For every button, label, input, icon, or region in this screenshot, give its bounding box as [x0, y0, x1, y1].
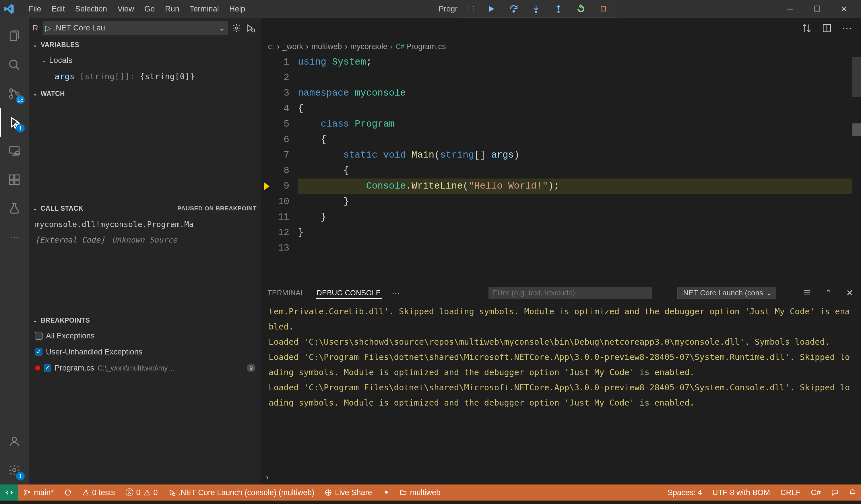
- code-line[interactable]: [298, 241, 852, 256]
- menu-view[interactable]: View: [112, 3, 139, 15]
- feedback-icon[interactable]: [826, 485, 844, 501]
- breadcrumb-item[interactable]: Program.cs: [406, 42, 446, 51]
- more-icon[interactable]: ⋯: [0, 223, 29, 251]
- debug-status-indicator[interactable]: .NET Core Launch (console) (multiweb): [163, 485, 320, 501]
- continue-button[interactable]: [480, 0, 503, 17]
- search-icon[interactable]: [0, 51, 29, 79]
- clear-console-icon[interactable]: [801, 288, 813, 297]
- sync-indicator[interactable]: [59, 485, 77, 501]
- grip-icon[interactable]: ⋮⋮: [461, 5, 480, 13]
- split-editor-icon[interactable]: [820, 23, 834, 33]
- launch-config-select[interactable]: ▷ .NET Core Lau ⌄: [43, 21, 228, 35]
- restart-button[interactable]: [570, 0, 592, 17]
- menu-selection[interactable]: Selection: [70, 3, 112, 15]
- compare-changes-icon[interactable]: [800, 23, 814, 33]
- console-line: Loaded 'C:\Program Files\dotnet\shared\M…: [269, 380, 853, 410]
- testing-icon[interactable]: [0, 194, 29, 223]
- callstack-header[interactable]: ⌄ CALL STACK PAUSED ON BREAKPOINT: [29, 202, 261, 215]
- code-line[interactable]: [298, 70, 852, 85]
- code-line[interactable]: using System;: [298, 55, 852, 70]
- breakpoint-row[interactable]: All Exceptions: [35, 328, 256, 344]
- liveshare-indicator[interactable]: Live Share: [319, 485, 377, 501]
- variable-row[interactable]: args [string[]]: {string[0]}: [37, 68, 261, 84]
- breakpoint-row[interactable]: ✓Program.csC:\_work\multiweb\my…9: [35, 360, 256, 376]
- run-debug-icon[interactable]: 1: [0, 108, 29, 137]
- breadcrumb-item[interactable]: myconsole: [351, 42, 387, 51]
- notifications-icon[interactable]: [844, 485, 861, 501]
- minimap[interactable]: [852, 55, 861, 284]
- variables-header[interactable]: ⌄ VARIABLES: [29, 39, 261, 51]
- code-line[interactable]: {: [298, 163, 852, 178]
- window-controls: ─ ❐ ✕: [777, 0, 858, 17]
- step-over-button[interactable]: [503, 0, 525, 17]
- locals-row[interactable]: ⌄ Locals: [37, 52, 261, 68]
- step-into-button[interactable]: [525, 0, 547, 17]
- stop-button[interactable]: [592, 0, 614, 17]
- maximize-button[interactable]: ❐: [804, 0, 831, 17]
- more-actions-icon[interactable]: ⋯: [840, 23, 854, 34]
- extensions-icon[interactable]: [0, 165, 29, 194]
- eol-indicator[interactable]: CRLF: [775, 485, 806, 501]
- menu-help[interactable]: Help: [224, 3, 250, 15]
- breakpoint-row[interactable]: ✓User-Unhandled Exceptions: [35, 344, 256, 360]
- menu-terminal[interactable]: Terminal: [184, 3, 224, 15]
- code-line[interactable]: }: [298, 209, 852, 225]
- account-icon[interactable]: [0, 427, 29, 456]
- breakpoints-header[interactable]: ⌄ BREAKPOINTS: [29, 314, 261, 327]
- breadcrumb-item[interactable]: c:: [268, 42, 274, 51]
- code-line[interactable]: namespace myconsole: [298, 85, 852, 101]
- close-panel-icon[interactable]: ✕: [844, 288, 855, 298]
- folder-indicator[interactable]: multiweb: [394, 485, 446, 501]
- language-indicator[interactable]: C#: [806, 485, 826, 501]
- debug-filter-input[interactable]: [489, 287, 652, 299]
- watch-header[interactable]: ⌄ WATCH: [29, 87, 261, 100]
- encoding-indicator[interactable]: UTF-8 with BOM: [707, 485, 775, 501]
- remote-indicator[interactable]: [0, 485, 18, 501]
- explorer-icon[interactable]: [0, 22, 29, 51]
- debug-console-output[interactable]: tem.Private.CoreLib.dll'. Skipped loadin…: [261, 302, 861, 469]
- code-line[interactable]: {: [298, 132, 852, 148]
- settings-gear-icon[interactable]: 1: [0, 456, 29, 485]
- code-line[interactable]: class Program: [298, 117, 852, 132]
- debug-console-prompt[interactable]: ›: [261, 469, 861, 485]
- code-line[interactable]: {: [298, 101, 852, 117]
- menu-file[interactable]: File: [24, 3, 46, 15]
- callstack-row[interactable]: [External Code]Unknown Source: [35, 232, 254, 247]
- debug-console-icon[interactable]: [245, 23, 257, 34]
- callstack-source: Unknown Source: [112, 235, 177, 244]
- code-editor[interactable]: 12345678910111213 using System;namespace…: [261, 55, 861, 284]
- spaces-indicator[interactable]: Spaces: 4: [662, 485, 707, 501]
- tests-indicator[interactable]: 0 tests: [77, 485, 120, 501]
- breadcrumb-item[interactable]: multiweb: [311, 42, 342, 51]
- breakpoint-checkbox[interactable]: [35, 332, 42, 340]
- code-line[interactable]: }: [298, 194, 852, 209]
- menu-edit[interactable]: Edit: [46, 3, 70, 15]
- debug-scope-select[interactable]: .NET Core Launch (cons ⌄: [677, 287, 776, 299]
- panel-more-icon[interactable]: ⋯: [392, 288, 400, 298]
- tab-terminal[interactable]: TERMINAL: [266, 284, 306, 302]
- breakpoint-checkbox[interactable]: ✓: [35, 348, 42, 356]
- locals-label: Locals: [49, 56, 72, 65]
- menu-run[interactable]: Run: [160, 3, 184, 15]
- callstack-row[interactable]: myconsole.dll!myconsole.Program.Ma: [35, 216, 254, 232]
- tab-debug-console[interactable]: DEBUG CONSOLE: [316, 284, 382, 302]
- code-line[interactable]: }: [298, 225, 852, 241]
- branch-indicator[interactable]: main*: [18, 485, 59, 501]
- debug-toolbar[interactable]: ⋮⋮: [458, 0, 617, 18]
- breadcrumb-item[interactable]: _work: [283, 42, 303, 51]
- code-line[interactable]: Console.WriteLine("Hello World!");: [298, 178, 852, 194]
- breakpoint-checkbox[interactable]: ✓: [44, 364, 51, 372]
- menu-go[interactable]: Go: [139, 3, 160, 15]
- collapse-panel-icon[interactable]: ⌃: [822, 288, 834, 298]
- breadcrumbs[interactable]: c:›_work›multiweb›myconsole›C#Program.cs: [261, 39, 861, 55]
- close-button[interactable]: ✕: [831, 0, 858, 17]
- problems-indicator[interactable]: ⓧ0 ⚠0: [120, 485, 163, 501]
- debug-config-name: .NET Core Launch (console) (multiweb): [178, 488, 315, 497]
- minimize-button[interactable]: ─: [777, 0, 804, 17]
- omnisharp-flame-icon[interactable]: [377, 485, 394, 501]
- code-line[interactable]: static void Main(string[] args): [298, 148, 852, 163]
- step-out-button[interactable]: [547, 0, 570, 17]
- source-control-icon[interactable]: 18: [0, 79, 29, 108]
- gear-icon[interactable]: [231, 23, 242, 34]
- remote-explorer-icon[interactable]: [0, 137, 29, 165]
